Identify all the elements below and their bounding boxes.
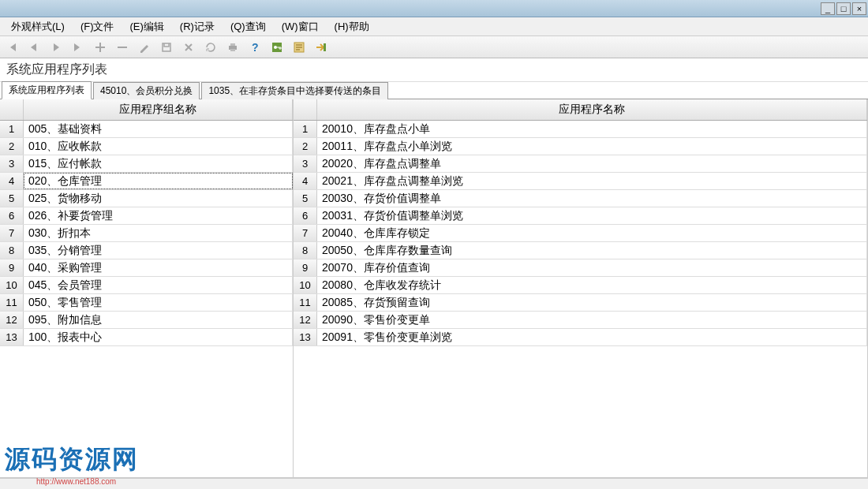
table-row[interactable]: 720040、仓库库存锁定 — [294, 225, 867, 242]
cell[interactable]: 030、折扣本 — [24, 225, 293, 241]
cell[interactable]: 20010、库存盘点小单 — [317, 121, 867, 137]
table-row[interactable]: 10045、会员管理 — [0, 277, 293, 294]
row-number[interactable]: 4 — [294, 173, 317, 189]
menu-edit[interactable]: (E)编辑 — [122, 18, 172, 35]
cell[interactable]: 20070、库存价值查询 — [317, 259, 867, 276]
key-icon[interactable] — [268, 39, 286, 56]
left-column-header[interactable]: 应用程序组名称 — [24, 99, 293, 120]
cell[interactable]: 20080、仓库收发存统计 — [317, 277, 867, 293]
table-row[interactable]: 8035、分销管理 — [0, 242, 293, 259]
cell[interactable]: 20050、仓库库存数量查询 — [317, 242, 867, 259]
cell[interactable]: 025、货物移动 — [24, 190, 293, 207]
table-row[interactable]: 920070、库存价值查询 — [294, 259, 867, 277]
cell[interactable]: 095、附加信息 — [24, 312, 293, 328]
cell[interactable]: 045、会员管理 — [24, 277, 293, 293]
nav-prev-icon[interactable] — [25, 39, 43, 56]
row-number[interactable]: 8 — [0, 242, 24, 259]
row-number[interactable]: 3 — [0, 155, 24, 172]
table-row[interactable]: 11050、零售管理 — [0, 294, 293, 312]
row-number[interactable]: 4 — [0, 173, 24, 189]
table-row[interactable]: 820050、仓库库存数量查询 — [294, 242, 867, 259]
cancel-icon[interactable] — [180, 39, 197, 56]
cell[interactable]: 20030、存货价值调整单 — [317, 190, 867, 207]
table-row[interactable]: 13100、报表中心 — [0, 329, 293, 346]
cell[interactable]: 100、报表中心 — [24, 329, 293, 345]
table-row[interactable]: 520030、存货价值调整单 — [294, 190, 867, 207]
row-number[interactable]: 13 — [0, 329, 24, 345]
cell[interactable]: 20040、仓库库存锁定 — [317, 225, 867, 241]
cell[interactable]: 20020、库存盘点调整单 — [317, 155, 867, 172]
row-number[interactable]: 8 — [294, 242, 317, 259]
table-row[interactable]: 4020、仓库管理 — [0, 173, 293, 190]
row-number[interactable]: 6 — [294, 207, 317, 224]
row-number[interactable]: 3 — [294, 155, 317, 172]
right-grid-body[interactable]: 120010、库存盘点小单220011、库存盘点小单浏览320020、库存盘点调… — [294, 121, 867, 477]
table-row[interactable]: 620031、存货价值调整单浏览 — [294, 207, 867, 225]
cell[interactable]: 005、基础资料 — [24, 121, 293, 137]
menu-appearance[interactable]: 外观样式(L) — [3, 18, 73, 35]
table-row[interactable]: 12095、附加信息 — [0, 312, 293, 329]
tab-non-stock-select[interactable]: 1035、在非存货条目中选择要传送的条目 — [201, 82, 388, 99]
cell[interactable]: 20085、存货预留查询 — [317, 294, 867, 311]
refresh-icon[interactable] — [202, 39, 219, 56]
close-button[interactable]: × — [852, 2, 866, 15]
cell[interactable]: 020、仓库管理 — [24, 173, 293, 189]
row-number[interactable]: 6 — [0, 207, 24, 224]
row-number[interactable]: 12 — [0, 312, 24, 328]
row-number[interactable]: 13 — [294, 329, 317, 345]
table-row[interactable]: 1005、基础资料 — [0, 121, 293, 138]
table-row[interactable]: 320020、库存盘点调整单 — [294, 155, 867, 173]
table-row[interactable]: 1120085、存货预留查询 — [294, 294, 867, 312]
row-number[interactable]: 10 — [294, 277, 317, 293]
table-row[interactable]: 1320091、零售价变更单浏览 — [294, 329, 867, 346]
row-number[interactable]: 1 — [294, 121, 317, 137]
right-column-header[interactable]: 应用程序名称 — [317, 99, 867, 120]
cell[interactable]: 026、补要货管理 — [24, 207, 293, 224]
cell[interactable]: 20021、库存盘点调整单浏览 — [317, 173, 867, 189]
cell[interactable]: 050、零售管理 — [24, 294, 293, 311]
save-icon[interactable] — [158, 39, 175, 56]
cell[interactable]: 040、采购管理 — [24, 259, 293, 276]
cell[interactable]: 010、应收帐款 — [24, 138, 293, 155]
table-row[interactable]: 7030、折扣本 — [0, 225, 293, 242]
cell[interactable]: 20011、库存盘点小单浏览 — [317, 138, 867, 155]
nav-next-icon[interactable] — [47, 39, 65, 56]
cell[interactable]: 035、分销管理 — [24, 242, 293, 259]
row-number[interactable]: 7 — [294, 225, 317, 241]
row-number[interactable]: 11 — [294, 294, 317, 311]
row-number[interactable]: 5 — [294, 190, 317, 207]
menu-query[interactable]: (Q)查询 — [223, 18, 274, 35]
row-number[interactable]: 9 — [0, 259, 24, 276]
table-row[interactable]: 2010、应收帐款 — [0, 138, 293, 155]
row-number[interactable]: 11 — [0, 294, 24, 311]
tab-member-points[interactable]: 45010、会员积分兑换 — [93, 82, 200, 99]
left-grid-body[interactable]: 1005、基础资料2010、应收帐款3015、应付帐款4020、仓库管理5025… — [0, 121, 293, 477]
menu-record[interactable]: (R)记录 — [172, 18, 223, 35]
nav-first-icon[interactable] — [3, 39, 21, 56]
row-number[interactable]: 7 — [0, 225, 24, 241]
table-row[interactable]: 120010、库存盘点小单 — [294, 121, 867, 138]
exit-icon[interactable] — [312, 39, 330, 56]
row-number[interactable]: 2 — [0, 138, 24, 155]
print-icon[interactable] — [224, 39, 241, 56]
cell[interactable]: 015、应付帐款 — [24, 155, 293, 172]
add-icon[interactable] — [92, 39, 109, 56]
table-row[interactable]: 6026、补要货管理 — [0, 207, 293, 225]
maximize-button[interactable]: □ — [836, 2, 851, 15]
menu-file[interactable]: (F)文件 — [73, 18, 122, 35]
row-number[interactable]: 12 — [294, 312, 317, 328]
row-number[interactable]: 5 — [0, 190, 24, 207]
row-number[interactable]: 2 — [294, 138, 317, 155]
row-number[interactable]: 1 — [0, 121, 24, 137]
cell[interactable]: 20031、存货价值调整单浏览 — [317, 207, 867, 224]
table-row[interactable]: 5025、货物移动 — [0, 190, 293, 207]
cell[interactable]: 20090、零售价变更单 — [317, 312, 867, 328]
table-row[interactable]: 3015、应付帐款 — [0, 155, 293, 173]
delete-icon[interactable] — [114, 39, 131, 56]
tab-app-list[interactable]: 系统应用程序列表 — [2, 81, 92, 99]
menu-help[interactable]: (H)帮助 — [327, 18, 377, 35]
table-row[interactable]: 220011、库存盘点小单浏览 — [294, 138, 867, 155]
table-row[interactable]: 1220090、零售价变更单 — [294, 312, 867, 329]
help-icon[interactable]: ? — [246, 39, 264, 56]
form-icon[interactable] — [290, 39, 308, 56]
